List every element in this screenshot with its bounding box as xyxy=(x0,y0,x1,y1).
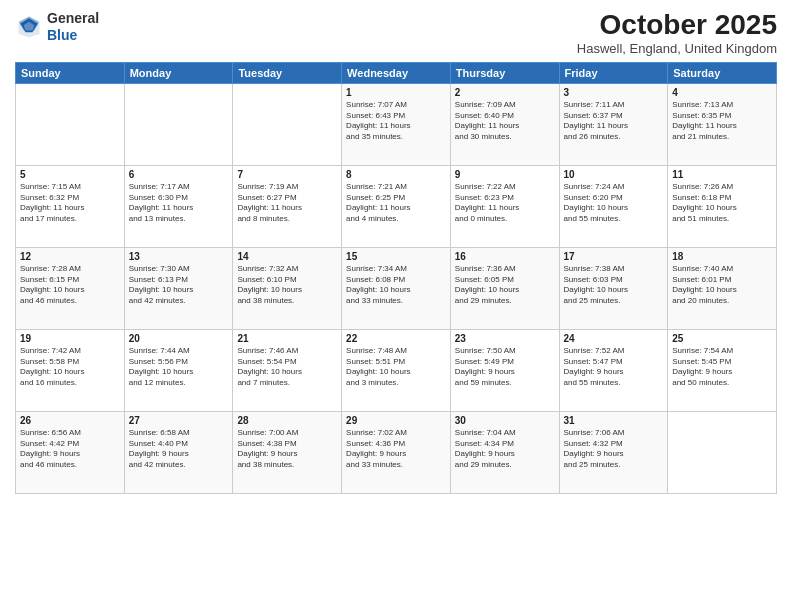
cell-3-1: 20Sunrise: 7:44 AM Sunset: 5:56 PM Dayli… xyxy=(124,329,233,411)
day-info: Sunrise: 7:48 AM Sunset: 5:51 PM Dayligh… xyxy=(346,346,446,389)
header-row: Sunday Monday Tuesday Wednesday Thursday… xyxy=(16,62,777,83)
day-number: 25 xyxy=(672,333,772,344)
day-info: Sunrise: 7:02 AM Sunset: 4:36 PM Dayligh… xyxy=(346,428,446,471)
cell-2-0: 12Sunrise: 7:28 AM Sunset: 6:15 PM Dayli… xyxy=(16,247,125,329)
location: Haswell, England, United Kingdom xyxy=(577,41,777,56)
cell-0-3: 1Sunrise: 7:07 AM Sunset: 6:43 PM Daylig… xyxy=(342,83,451,165)
day-number: 16 xyxy=(455,251,555,262)
day-number: 17 xyxy=(564,251,664,262)
week-row-4: 19Sunrise: 7:42 AM Sunset: 5:58 PM Dayli… xyxy=(16,329,777,411)
day-number: 31 xyxy=(564,415,664,426)
cell-4-6 xyxy=(668,411,777,493)
cell-0-4: 2Sunrise: 7:09 AM Sunset: 6:40 PM Daylig… xyxy=(450,83,559,165)
cell-2-4: 16Sunrise: 7:36 AM Sunset: 6:05 PM Dayli… xyxy=(450,247,559,329)
cell-1-5: 10Sunrise: 7:24 AM Sunset: 6:20 PM Dayli… xyxy=(559,165,668,247)
logo-icon xyxy=(15,13,43,41)
cell-0-2 xyxy=(233,83,342,165)
day-number: 9 xyxy=(455,169,555,180)
week-row-3: 12Sunrise: 7:28 AM Sunset: 6:15 PM Dayli… xyxy=(16,247,777,329)
day-info: Sunrise: 7:54 AM Sunset: 5:45 PM Dayligh… xyxy=(672,346,772,389)
day-info: Sunrise: 7:26 AM Sunset: 6:18 PM Dayligh… xyxy=(672,182,772,225)
title-block: October 2025 Haswell, England, United Ki… xyxy=(577,10,777,56)
cell-4-1: 27Sunrise: 6:58 AM Sunset: 4:40 PM Dayli… xyxy=(124,411,233,493)
cell-0-0 xyxy=(16,83,125,165)
day-info: Sunrise: 7:19 AM Sunset: 6:27 PM Dayligh… xyxy=(237,182,337,225)
day-number: 22 xyxy=(346,333,446,344)
day-info: Sunrise: 7:40 AM Sunset: 6:01 PM Dayligh… xyxy=(672,264,772,307)
cell-4-2: 28Sunrise: 7:00 AM Sunset: 4:38 PM Dayli… xyxy=(233,411,342,493)
day-number: 19 xyxy=(20,333,120,344)
day-info: Sunrise: 7:32 AM Sunset: 6:10 PM Dayligh… xyxy=(237,264,337,307)
cell-2-6: 18Sunrise: 7:40 AM Sunset: 6:01 PM Dayli… xyxy=(668,247,777,329)
day-info: Sunrise: 7:21 AM Sunset: 6:25 PM Dayligh… xyxy=(346,182,446,225)
cell-2-2: 14Sunrise: 7:32 AM Sunset: 6:10 PM Dayli… xyxy=(233,247,342,329)
cell-1-4: 9Sunrise: 7:22 AM Sunset: 6:23 PM Daylig… xyxy=(450,165,559,247)
day-info: Sunrise: 7:11 AM Sunset: 6:37 PM Dayligh… xyxy=(564,100,664,143)
calendar-table: Sunday Monday Tuesday Wednesday Thursday… xyxy=(15,62,777,494)
day-number: 10 xyxy=(564,169,664,180)
day-info: Sunrise: 7:36 AM Sunset: 6:05 PM Dayligh… xyxy=(455,264,555,307)
day-info: Sunrise: 7:09 AM Sunset: 6:40 PM Dayligh… xyxy=(455,100,555,143)
day-info: Sunrise: 6:58 AM Sunset: 4:40 PM Dayligh… xyxy=(129,428,229,471)
day-number: 30 xyxy=(455,415,555,426)
cell-0-1 xyxy=(124,83,233,165)
day-info: Sunrise: 7:38 AM Sunset: 6:03 PM Dayligh… xyxy=(564,264,664,307)
cell-4-4: 30Sunrise: 7:04 AM Sunset: 4:34 PM Dayli… xyxy=(450,411,559,493)
day-number: 11 xyxy=(672,169,772,180)
cell-1-3: 8Sunrise: 7:21 AM Sunset: 6:25 PM Daylig… xyxy=(342,165,451,247)
day-info: Sunrise: 6:56 AM Sunset: 4:42 PM Dayligh… xyxy=(20,428,120,471)
day-info: Sunrise: 7:50 AM Sunset: 5:49 PM Dayligh… xyxy=(455,346,555,389)
day-info: Sunrise: 7:42 AM Sunset: 5:58 PM Dayligh… xyxy=(20,346,120,389)
logo-general: General xyxy=(47,10,99,26)
day-number: 3 xyxy=(564,87,664,98)
cell-3-3: 22Sunrise: 7:48 AM Sunset: 5:51 PM Dayli… xyxy=(342,329,451,411)
day-info: Sunrise: 7:46 AM Sunset: 5:54 PM Dayligh… xyxy=(237,346,337,389)
week-row-5: 26Sunrise: 6:56 AM Sunset: 4:42 PM Dayli… xyxy=(16,411,777,493)
page: General Blue October 2025 Haswell, Engla… xyxy=(0,0,792,612)
cell-1-1: 6Sunrise: 7:17 AM Sunset: 6:30 PM Daylig… xyxy=(124,165,233,247)
cell-2-3: 15Sunrise: 7:34 AM Sunset: 6:08 PM Dayli… xyxy=(342,247,451,329)
day-number: 8 xyxy=(346,169,446,180)
day-info: Sunrise: 7:13 AM Sunset: 6:35 PM Dayligh… xyxy=(672,100,772,143)
header: General Blue October 2025 Haswell, Engla… xyxy=(15,10,777,56)
day-number: 21 xyxy=(237,333,337,344)
logo-blue: Blue xyxy=(47,27,77,43)
calendar-body: 1Sunrise: 7:07 AM Sunset: 6:43 PM Daylig… xyxy=(16,83,777,493)
calendar-header: Sunday Monday Tuesday Wednesday Thursday… xyxy=(16,62,777,83)
cell-0-6: 4Sunrise: 7:13 AM Sunset: 6:35 PM Daylig… xyxy=(668,83,777,165)
day-number: 29 xyxy=(346,415,446,426)
day-number: 28 xyxy=(237,415,337,426)
col-sunday: Sunday xyxy=(16,62,125,83)
day-number: 18 xyxy=(672,251,772,262)
cell-2-1: 13Sunrise: 7:30 AM Sunset: 6:13 PM Dayli… xyxy=(124,247,233,329)
day-number: 27 xyxy=(129,415,229,426)
col-friday: Friday xyxy=(559,62,668,83)
day-info: Sunrise: 7:34 AM Sunset: 6:08 PM Dayligh… xyxy=(346,264,446,307)
day-info: Sunrise: 7:24 AM Sunset: 6:20 PM Dayligh… xyxy=(564,182,664,225)
day-number: 1 xyxy=(346,87,446,98)
day-info: Sunrise: 7:17 AM Sunset: 6:30 PM Dayligh… xyxy=(129,182,229,225)
logo-text: General Blue xyxy=(47,10,99,44)
day-number: 20 xyxy=(129,333,229,344)
day-number: 4 xyxy=(672,87,772,98)
day-number: 15 xyxy=(346,251,446,262)
day-info: Sunrise: 7:28 AM Sunset: 6:15 PM Dayligh… xyxy=(20,264,120,307)
day-info: Sunrise: 7:04 AM Sunset: 4:34 PM Dayligh… xyxy=(455,428,555,471)
cell-3-4: 23Sunrise: 7:50 AM Sunset: 5:49 PM Dayli… xyxy=(450,329,559,411)
week-row-1: 1Sunrise: 7:07 AM Sunset: 6:43 PM Daylig… xyxy=(16,83,777,165)
cell-4-3: 29Sunrise: 7:02 AM Sunset: 4:36 PM Dayli… xyxy=(342,411,451,493)
cell-4-0: 26Sunrise: 6:56 AM Sunset: 4:42 PM Dayli… xyxy=(16,411,125,493)
cell-1-2: 7Sunrise: 7:19 AM Sunset: 6:27 PM Daylig… xyxy=(233,165,342,247)
day-number: 14 xyxy=(237,251,337,262)
day-info: Sunrise: 7:30 AM Sunset: 6:13 PM Dayligh… xyxy=(129,264,229,307)
day-number: 12 xyxy=(20,251,120,262)
day-info: Sunrise: 7:44 AM Sunset: 5:56 PM Dayligh… xyxy=(129,346,229,389)
day-number: 23 xyxy=(455,333,555,344)
day-info: Sunrise: 7:15 AM Sunset: 6:32 PM Dayligh… xyxy=(20,182,120,225)
col-tuesday: Tuesday xyxy=(233,62,342,83)
day-number: 13 xyxy=(129,251,229,262)
cell-4-5: 31Sunrise: 7:06 AM Sunset: 4:32 PM Dayli… xyxy=(559,411,668,493)
day-info: Sunrise: 7:00 AM Sunset: 4:38 PM Dayligh… xyxy=(237,428,337,471)
cell-2-5: 17Sunrise: 7:38 AM Sunset: 6:03 PM Dayli… xyxy=(559,247,668,329)
day-number: 5 xyxy=(20,169,120,180)
